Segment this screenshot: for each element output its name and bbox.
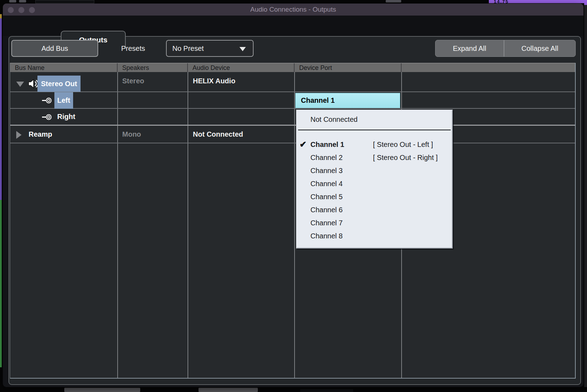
background-fragment (386, 0, 401, 2)
column-header-audio-device: Audio Device (188, 63, 295, 72)
menu-item-channel-6[interactable]: Channel 6 (296, 203, 452, 216)
audio-device-value[interactable]: Not Connected (193, 130, 243, 138)
menu-item-channel-1[interactable]: ✔ Channel 1 [ Stereo Out - Left ] (296, 138, 452, 151)
window-titlebar[interactable]: Audio Connections - Outputs (3, 4, 583, 16)
expand-collapse-group: Expand All Collapse All (435, 40, 576, 57)
background-fragment (584, 0, 587, 5)
menu-item-label: Channel 8 (310, 230, 343, 243)
background-fragment (300, 389, 353, 392)
expand-caret-icon[interactable] (16, 131, 22, 139)
tab-bar: Inputs Outputs (3, 16, 583, 36)
speakers-value: Stereo (122, 77, 144, 85)
chevron-down-icon (239, 47, 246, 51)
background-meter: 14.75 (489, 0, 587, 3)
column-header-extra (402, 63, 575, 72)
add-bus-button[interactable]: Add Bus (11, 40, 98, 57)
column-header-device-port: Device Port (295, 63, 402, 72)
menu-item-label: Channel 3 (310, 164, 343, 177)
preset-dropdown[interactable]: No Preset (166, 40, 254, 57)
speaker-icon (28, 79, 38, 90)
table-row-left[interactable]: Left (10, 92, 575, 109)
table-body: Stereo Out Stereo HELIX Audio Left (10, 72, 575, 378)
background-fragment (0, 18, 2, 200)
background-fragment (35, 0, 94, 4)
background-fragment (0, 14, 2, 18)
menu-item-not-connected[interactable]: Not Connected (296, 113, 452, 126)
checkmark-icon: ✔ (300, 138, 307, 151)
menu-item-channel-5[interactable]: Channel 5 (296, 190, 452, 203)
menu-item-channel-3[interactable]: Channel 3 (296, 164, 452, 177)
menu-item-label: Channel 2 (310, 151, 343, 164)
menu-item-label: Channel 4 (310, 177, 343, 190)
bus-name-label[interactable]: Reamp (29, 130, 52, 138)
channel-name-label[interactable]: Left (54, 92, 73, 109)
device-port-menu: Not Connected ✔ Channel 1 [ Stereo Out -… (296, 109, 453, 249)
menu-separator (298, 130, 451, 130)
menu-item-channel-8[interactable]: Channel 8 (296, 230, 452, 243)
bus-table: Bus Name Speakers Audio Device Device Po… (10, 63, 576, 379)
menu-item-channel-7[interactable]: Channel 7 (296, 216, 452, 230)
menu-item-label: Channel 7 (310, 216, 343, 230)
output-port-icon (42, 114, 53, 121)
menu-item-assignment: [ Stereo Out - Right ] (373, 151, 438, 164)
menu-item-label: Channel 5 (310, 190, 343, 203)
background-fragment (19, 0, 26, 2)
table-header-row: Bus Name Speakers Audio Device Device Po… (10, 63, 575, 72)
audio-device-value[interactable]: HELIX Audio (193, 77, 235, 85)
preset-dropdown-value: No Preset (172, 44, 204, 52)
menu-item-channel-2[interactable]: Channel 2 [ Stereo Out - Right ] (296, 151, 452, 164)
background-meter-value: 14.75 (494, 0, 509, 3)
expand-all-button[interactable]: Expand All (435, 40, 504, 57)
column-header-bus-name: Bus Name (10, 63, 118, 72)
menu-item-label: Not Connected (310, 113, 357, 126)
collapse-all-button[interactable]: Collapse All (504, 40, 575, 57)
audio-connections-window: Audio Connections - Outputs Inputs Outpu… (3, 4, 583, 387)
table-row-stereo-out[interactable]: Stereo Out Stereo HELIX Audio (10, 72, 575, 92)
bus-name-label[interactable]: Stereo Out (37, 76, 81, 92)
background-fragment (584, 5, 587, 387)
table-row-right[interactable]: Right (10, 109, 575, 126)
output-port-icon (42, 97, 53, 105)
background-fragment (64, 388, 140, 392)
menu-item-assignment: [ Stereo Out - Left ] (373, 138, 433, 151)
speakers-value: Mono (122, 130, 141, 138)
device-port-cell-selected[interactable]: Channel 1 (295, 93, 400, 108)
background-fragment (198, 388, 258, 392)
background-fragment (9, 0, 16, 2)
menu-item-label: Channel 1 (310, 138, 344, 151)
column-header-speakers: Speakers (118, 63, 188, 72)
background-fragment (0, 200, 2, 367)
menu-item-channel-4[interactable]: Channel 4 (296, 177, 452, 190)
window-title: Audio Connections - Outputs (3, 4, 583, 16)
presets-label: Presets (121, 40, 145, 57)
table-row-reamp[interactable]: Reamp Mono Not Connected (10, 127, 575, 143)
channel-name-label[interactable]: Right (57, 113, 75, 121)
collapse-caret-icon[interactable] (16, 82, 24, 87)
menu-item-label: Channel 6 (310, 203, 343, 216)
